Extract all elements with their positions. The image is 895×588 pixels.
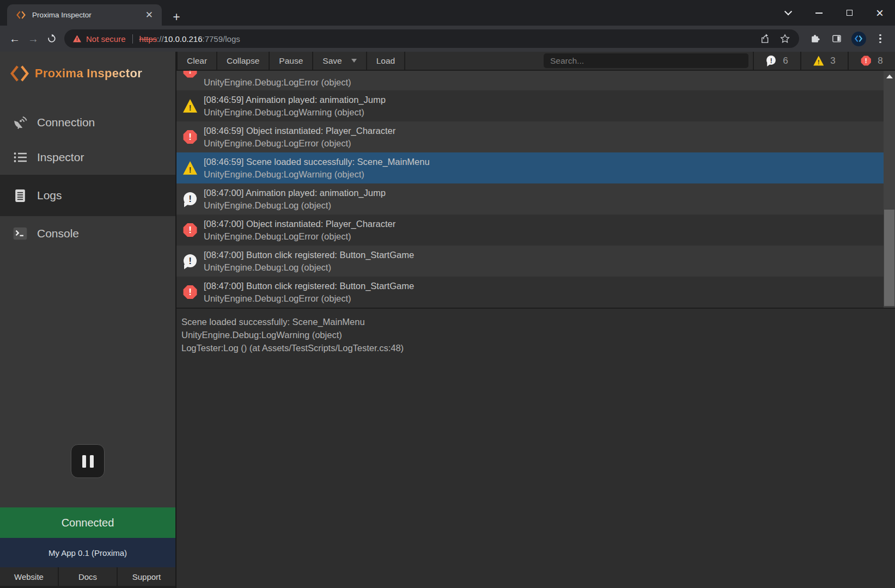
log-level-icon: ! [183, 99, 197, 113]
log-source: UnityEngine.Debug:LogWarning (object) [204, 168, 430, 181]
log-source: UnityEngine.Debug:LogError (object) [204, 76, 351, 89]
log-detail-pane: Scene loaded successfully: Scene_MainMen… [176, 308, 895, 588]
tab-title: Proxima Inspector [32, 11, 143, 19]
sidebar-item-inspector[interactable]: Inspector [0, 140, 175, 175]
collapse-button[interactable]: Collapse [216, 52, 269, 70]
detail-stacktrace: LogTester:Log () (at Assets/TestScripts/… [181, 341, 895, 354]
error-count-badge[interactable]: ! 8 [848, 52, 895, 70]
share-icon[interactable] [760, 33, 771, 44]
sidebar: Proxima Inspector Connection [0, 52, 176, 588]
log-list: ! UnityEngine.Debug:LogError (object) ! … [176, 71, 884, 308]
logs-toolbar: Clear Collapse Pause Save Load ! 6 ! 3 !… [176, 52, 895, 71]
log-message: [08:47:00] Button click registered: Butt… [204, 280, 414, 292]
side-panel-icon[interactable] [827, 29, 846, 48]
log-row[interactable]: ! [08:47:00] Animation played: animation… [176, 183, 884, 215]
log-message: [08:46:59] Animation played: animation_J… [204, 94, 386, 106]
proxima-logo-icon [10, 65, 29, 82]
clear-button[interactable]: Clear [176, 52, 216, 70]
sidebar-item-logs[interactable]: Logs [0, 175, 175, 216]
save-label: Save [322, 56, 342, 66]
load-button[interactable]: Load [366, 52, 405, 70]
reload-button[interactable] [42, 29, 61, 48]
warning-icon: ! [813, 56, 824, 66]
not-secure-warning-icon [73, 35, 81, 42]
log-row[interactable]: ! [08:46:59] Object instantiated: Player… [176, 121, 884, 152]
pause-button[interactable]: Pause [269, 52, 312, 70]
log-level-icon: ! [183, 223, 197, 237]
sidebar-item-label: Inspector [37, 151, 84, 164]
detail-message: Scene loaded successfully: Scene_MainMen… [181, 315, 895, 328]
log-level-icon: ! [183, 285, 197, 299]
window-bottom-edge [0, 586, 175, 588]
sidebar-nav: Connection Inspector [0, 105, 175, 251]
save-dropdown-caret-icon[interactable] [351, 59, 357, 63]
pause-icon [82, 455, 86, 468]
browser-address-bar: ← → Not secure https://10.0.0.216:7759/l… [0, 26, 895, 52]
brand-title: Proxima Inspector [35, 66, 142, 81]
bookmark-star-icon[interactable] [780, 33, 790, 44]
window-close-button[interactable] [864, 0, 895, 26]
log-source: UnityEngine.Debug:LogError (object) [204, 230, 395, 243]
warning-count: 3 [830, 56, 835, 66]
satellite-dish-icon [12, 115, 28, 130]
scrollbar-thumb[interactable] [884, 210, 894, 306]
url-divider [132, 34, 133, 44]
error-count: 8 [878, 56, 882, 66]
favicon-proxima-icon [16, 10, 26, 20]
save-button[interactable]: Save [312, 52, 366, 70]
forward-button[interactable]: → [24, 29, 42, 48]
minimize-button[interactable] [803, 0, 834, 26]
log-source: UnityEngine.Debug:Log (object) [204, 261, 414, 274]
pause-icon [90, 455, 94, 468]
warning-count-badge[interactable]: ! 3 [800, 52, 848, 70]
new-tab-button[interactable] [169, 9, 184, 24]
profile-avatar[interactable] [849, 29, 868, 48]
error-icon: ! [861, 56, 871, 66]
maximize-button[interactable] [834, 0, 864, 26]
log-row[interactable]: ! [08:47:00] Button click registered: Bu… [176, 246, 884, 277]
back-button[interactable]: ← [5, 29, 24, 48]
app-name-badge: My App 0.1 (Proxima) [0, 538, 175, 567]
log-row[interactable]: ! UnityEngine.Debug:LogError (object) [176, 71, 884, 90]
log-message: [08:47:00] Animation played: animation_J… [204, 187, 386, 199]
log-source: UnityEngine.Debug:LogWarning (object) [204, 106, 386, 119]
document-icon [12, 188, 28, 203]
extensions-puzzle-icon[interactable] [806, 29, 824, 48]
tab-search-chevron-icon[interactable] [773, 0, 803, 26]
sidebar-item-label: Logs [37, 189, 62, 202]
footer-link-website[interactable]: Website [0, 567, 58, 586]
log-row[interactable]: ! [08:46:59] Scene loaded successfully: … [176, 152, 884, 183]
browser-menu-dots-icon[interactable] [871, 29, 890, 48]
terminal-icon [12, 226, 28, 241]
log-level-icon: ! [183, 161, 197, 175]
log-level-icon: ! [183, 130, 197, 144]
footer-link-support[interactable]: Support [117, 567, 175, 586]
tab-close-icon[interactable]: ✕ [143, 9, 155, 21]
log-source: UnityEngine.Debug:LogError (object) [204, 137, 395, 150]
log-row[interactable]: ! [08:46:59] Animation played: animation… [176, 90, 884, 121]
sidebar-item-label: Console [37, 227, 79, 240]
scroll-up-arrow-icon[interactable] [886, 75, 893, 78]
pause-stream-button[interactable] [71, 444, 105, 478]
log-row[interactable]: ! [08:47:00] Object instantiated: Player… [176, 215, 884, 246]
sidebar-item-label: Connection [37, 116, 95, 129]
log-source: UnityEngine.Debug:Log (object) [204, 199, 386, 212]
search-input[interactable] [544, 53, 748, 68]
not-secure-label[interactable]: Not secure [86, 34, 126, 44]
log-message: [08:47:00] Button click registered: Butt… [204, 249, 414, 261]
sidebar-item-connection[interactable]: Connection [0, 105, 175, 140]
footer-link-docs[interactable]: Docs [58, 567, 117, 586]
log-level-icon: ! [183, 254, 197, 268]
browser-tab[interactable]: Proxima Inspector ✕ [7, 4, 162, 26]
log-message: [08:47:00] Object instantiated: Player_C… [204, 218, 395, 230]
info-count-badge[interactable]: ! 6 [753, 52, 800, 70]
log-message: [08:46:59] Scene loaded successfully: Sc… [204, 156, 430, 168]
log-level-icon: ! [183, 71, 197, 78]
log-scrollbar[interactable] [884, 71, 895, 308]
log-row[interactable]: ! [08:47:00] Button click registered: Bu… [176, 277, 884, 308]
url-text[interactable]: https://10.0.0.216:7759/logs [139, 34, 240, 44]
window-controls [773, 0, 895, 26]
url-bar[interactable]: Not secure https://10.0.0.216:7759/logs [64, 29, 799, 48]
sidebar-item-console[interactable]: Console [0, 216, 175, 251]
log-message: [08:46:59] Object instantiated: Player_C… [204, 125, 395, 137]
